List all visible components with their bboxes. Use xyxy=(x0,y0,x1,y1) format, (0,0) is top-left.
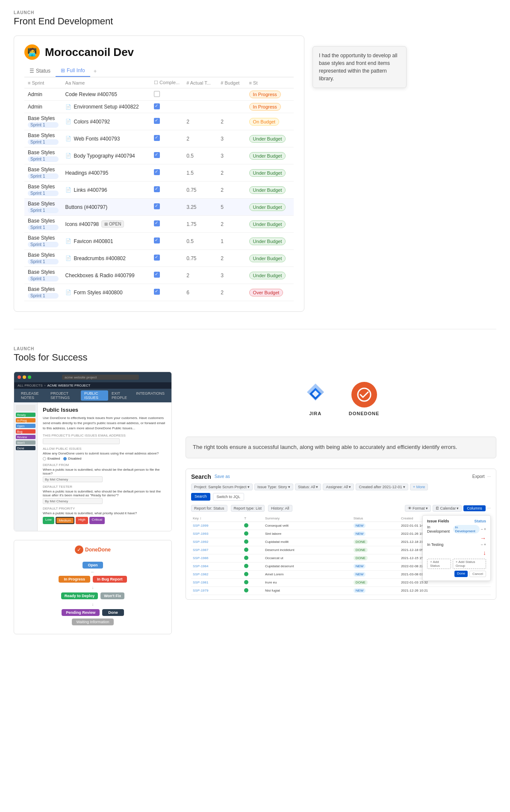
popup-done-btn[interactable]: Done xyxy=(454,571,468,577)
jira-summary: Irure eu xyxy=(263,578,352,586)
completed-cell[interactable] xyxy=(150,267,183,284)
completed-cell[interactable] xyxy=(150,199,183,216)
completed-cell[interactable] xyxy=(150,284,183,301)
checkbox-checked[interactable] xyxy=(154,186,160,192)
checkbox-checked[interactable] xyxy=(154,103,160,109)
plus-icon[interactable]: + xyxy=(484,527,486,531)
completed-cell[interactable] xyxy=(150,101,183,113)
add-status-btn[interactable]: + Add Status xyxy=(427,559,451,569)
save-as-link[interactable]: Save as xyxy=(215,474,230,479)
switch-jql-button[interactable]: Switch to JQL xyxy=(213,493,245,501)
col-summary: Summary xyxy=(263,515,352,522)
checkbox-checked[interactable] xyxy=(154,255,160,261)
tab-full-info[interactable]: ⊞ Full Info xyxy=(56,65,90,77)
jira-status: NEW xyxy=(352,522,399,530)
table-row: Base StylesSprint 1Headings #4007951.52U… xyxy=(24,164,294,182)
filter-more[interactable]: + More xyxy=(410,484,428,490)
checkbox-checked[interactable] xyxy=(154,289,160,295)
tab-add[interactable]: + xyxy=(90,65,100,77)
popup-cancel-btn[interactable]: Cancel xyxy=(469,571,486,577)
checkbox-checked[interactable] xyxy=(154,169,160,175)
status-label: Status xyxy=(474,519,486,523)
status-badge: On Budget xyxy=(249,118,280,126)
search-button[interactable]: Search xyxy=(191,493,210,501)
checkbox-checked[interactable] xyxy=(154,152,160,158)
budget-cell: 1 xyxy=(217,233,245,250)
actual-time-cell xyxy=(183,88,217,101)
status-tab-icon: ☰ xyxy=(29,68,34,74)
checkbox-unchecked[interactable] xyxy=(154,91,160,97)
jira-summary: Consequat velit xyxy=(263,522,352,530)
jira-type xyxy=(242,530,263,538)
tooltip-box: I had the opportunity to develop all bas… xyxy=(312,46,407,88)
task-name-cell: 📄 Environment Setup #400822 xyxy=(62,101,151,113)
budget-cell: 2 xyxy=(217,284,245,301)
status-cell: In Progress xyxy=(246,88,294,101)
actual-time-cell: 2 xyxy=(183,130,217,147)
nav-public-issues[interactable]: PUBLIC ISSUES xyxy=(81,390,108,401)
jira-key: SSP-1993 xyxy=(191,530,242,538)
checkbox-checked[interactable] xyxy=(154,237,160,243)
columns-btn[interactable]: Columns xyxy=(463,505,486,511)
task-name-cell: 📄 Favicon #400801 xyxy=(62,233,151,250)
launch-label-2: LAUNCH xyxy=(14,346,496,351)
nav-integrations[interactable]: INTEGRATIONS xyxy=(133,390,168,401)
nav-release-notes[interactable]: RELEASE NOTES xyxy=(18,390,47,401)
in-testing-minus[interactable]: − xyxy=(481,542,483,547)
budget-cell: 2 xyxy=(217,164,245,182)
col-sprint: ≡ Sprint xyxy=(24,77,62,88)
filter-created[interactable]: Created after 2021-12-01 ▾ xyxy=(356,484,408,490)
actual-time-cell: 3.25 xyxy=(183,199,217,216)
task-name-cell: Code Review #400765 xyxy=(62,88,151,101)
history-select[interactable]: History: All xyxy=(268,505,292,512)
table-row: Base StylesSprint 1Checkboxes & Radio #4… xyxy=(24,267,294,284)
filter-project[interactable]: Project: Sample Scrum Project ▾ xyxy=(191,484,253,490)
task-name-cell: 📄 Web Fonts #400793 xyxy=(62,130,151,147)
add-status-group-btn[interactable]: + Add Status Group xyxy=(453,559,486,569)
completed-cell[interactable] xyxy=(150,130,183,147)
status-cell: On Budget xyxy=(246,113,294,130)
report-for-select[interactable]: Report for: Status xyxy=(191,505,227,512)
status-badge: Under Budget xyxy=(249,186,286,194)
checkbox-checked[interactable] xyxy=(154,203,160,209)
sprint-cell: Base StylesSprint 1 xyxy=(24,233,62,250)
completed-cell[interactable] xyxy=(150,250,183,267)
table-row: Admin📄 Environment Setup #400822In Progr… xyxy=(24,101,294,113)
table-row: Base StylesSprint 1📄 Colors #40079222On … xyxy=(24,113,294,130)
filter-issue-type[interactable]: Issue Type: Story ▾ xyxy=(254,484,293,490)
format-btn[interactable]: 👁 Format ▾ xyxy=(405,505,431,512)
jira-table-row: SSP-1979 Nisi fugiat NEW 2021-12-26 10:2… xyxy=(191,586,491,595)
filter-assignee[interactable]: Assignee: All ▾ xyxy=(323,484,354,490)
col-complete: ☐ Comple... xyxy=(150,77,183,88)
jira-status: DONE xyxy=(352,538,399,546)
checkbox-checked[interactable] xyxy=(154,272,160,278)
jira-key: SSP-1984 xyxy=(191,562,242,570)
completed-cell[interactable] xyxy=(150,233,183,250)
checkbox-checked[interactable] xyxy=(154,135,160,141)
completed-cell[interactable] xyxy=(150,88,183,101)
status-cell: Over Budget xyxy=(246,284,294,301)
filter-status[interactable]: Status: All ▾ xyxy=(295,484,321,490)
status-cell: Under Budget xyxy=(246,164,294,182)
col-status: Status xyxy=(352,515,399,522)
completed-cell[interactable] xyxy=(150,147,183,164)
minus-icon[interactable]: − xyxy=(481,527,483,531)
sprint-cell: Base StylesSprint 1 xyxy=(24,267,62,284)
avatar: 🧑‍💻 xyxy=(24,44,40,60)
completed-cell[interactable] xyxy=(150,216,183,233)
nav-exit-people[interactable]: EXIT PEOPLE xyxy=(108,390,133,401)
col-status: ≡ St xyxy=(246,77,294,88)
checkbox-checked[interactable] xyxy=(154,118,160,124)
completed-cell[interactable] xyxy=(150,164,183,182)
calendar-btn[interactable]: 🗓 Calendar ▾ xyxy=(433,505,462,512)
export-btn[interactable]: Export xyxy=(472,474,485,479)
completed-cell[interactable] xyxy=(150,113,183,130)
status-badge: Under Budget xyxy=(249,203,286,211)
checkbox-checked[interactable] xyxy=(154,220,160,226)
in-testing-plus[interactable]: + xyxy=(484,542,486,547)
tab-status[interactable]: ☰ Status xyxy=(24,65,56,76)
jira-key: SSP-1981 xyxy=(191,578,242,586)
completed-cell[interactable] xyxy=(150,182,183,199)
report-type-select[interactable]: Report type: List xyxy=(231,505,265,512)
nav-project-settings[interactable]: PROJECT SETTINGS xyxy=(47,390,81,401)
